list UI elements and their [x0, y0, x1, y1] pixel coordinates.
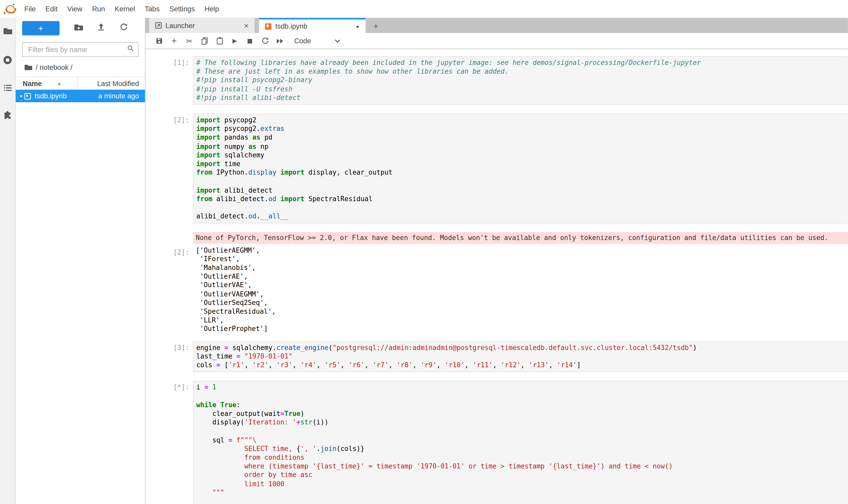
jupyterlab-window: File Edit View Run Kernel Tabs Settings …	[0, 0, 848, 504]
column-header-name[interactable]: Name ▲	[16, 77, 78, 89]
file-browser-toolbar: +	[16, 20, 145, 36]
cell-output-text: ['OutlierAEGMM', 'IForest', 'Mahalanobis…	[193, 246, 848, 334]
output-line: 'LLR',	[196, 316, 848, 325]
menu-settings[interactable]: Settings	[165, 0, 200, 18]
menu-run[interactable]: Run	[87, 0, 110, 18]
code-line: import pandas as pd	[196, 133, 848, 142]
cell-code-editor[interactable]: # The following libraries have already b…	[193, 56, 848, 105]
notebook-cells: [1]:# The following libraries have alrea…	[145, 56, 848, 504]
code-line: import alibi_detect	[196, 186, 848, 195]
tab-bar: Launcher × tsdb.ipynb ● +	[145, 18, 848, 33]
code-line: # The following libraries have already b…	[196, 58, 848, 67]
refresh-file-list-button[interactable]	[120, 23, 128, 34]
output-prompt-spacer	[145, 232, 193, 244]
cell-input-prompt: [2]:	[145, 113, 193, 223]
cell-code-editor[interactable]: engine = sqlalchemy.create_engine("postg…	[193, 341, 848, 372]
filter-files-box	[22, 42, 138, 57]
cell-code-editor[interactable]: i = 1 while True: clear_output(wait=True…	[193, 381, 848, 504]
save-button[interactable]	[151, 34, 167, 47]
restart-and-run-all-button[interactable]	[272, 34, 288, 47]
cell-output-prompt: [2]:	[145, 246, 193, 334]
code-line: import time	[196, 160, 848, 168]
code-line: cols = ['r1', 'r2', 'r3', 'r4', 'r5', 'r…	[196, 361, 848, 370]
code-line: i = 1	[196, 383, 848, 392]
code-line: display('Iteration: '+str(i))	[196, 418, 848, 427]
column-header-last-modified[interactable]: Last Modified	[78, 79, 145, 88]
output-line: 'OutlierVAE',	[196, 281, 848, 290]
notebook-cell: [3]:engine = sqlalchemy.create_engine("p…	[145, 341, 848, 372]
output-line: 'Mahalanobis',	[196, 264, 848, 272]
code-line: import psycopg2.extras	[196, 124, 848, 133]
sort-ascending-icon: ▲	[57, 81, 61, 86]
code-line: # These are just left in as examples to …	[196, 67, 848, 76]
code-line: alibi_detect.od.__all__	[196, 212, 848, 221]
tab-launcher[interactable]: Launcher ×	[149, 18, 255, 33]
breadcrumb[interactable]: / notebook /	[24, 62, 138, 72]
home-folder-icon	[24, 63, 33, 71]
menu-view[interactable]: View	[62, 0, 87, 18]
code-line: where (timestamp '{last_time}' = timesta…	[196, 462, 848, 471]
code-line: engine = sqlalchemy.create_engine("postg…	[196, 343, 848, 352]
filter-files-input[interactable]	[27, 45, 126, 54]
output-line: 'OutlierVAEGMM',	[196, 290, 848, 299]
copy-cells-button[interactable]	[197, 34, 212, 47]
code-line: #!pip install alibi-detect	[196, 93, 848, 102]
close-tab-icon[interactable]: ×	[242, 21, 250, 30]
chevron-down-icon	[334, 39, 341, 43]
upload-button[interactable]	[97, 23, 106, 34]
file-row-tsdb-ipynb[interactable]: • tsdb.ipynb a minute ago	[16, 90, 145, 102]
code-line	[196, 497, 848, 504]
add-tab-button[interactable]: +	[369, 20, 382, 33]
code-line	[196, 177, 848, 186]
code-line: import psycopg2	[196, 115, 848, 124]
file-list-header: Name ▲ Last Modified	[16, 77, 145, 90]
tab-tsdb-ipynb[interactable]: tsdb.ipynb ●	[259, 18, 366, 33]
menu-bar: File Edit View Run Kernel Tabs Settings …	[0, 0, 848, 18]
menu-edit[interactable]: Edit	[40, 0, 62, 18]
output-line: 'OutlierProphet']	[196, 325, 848, 334]
extension-manager-tab-icon[interactable]	[0, 110, 15, 120]
menu-help[interactable]: Help	[200, 0, 224, 18]
code-line: from IPython.display import display, cle…	[196, 168, 848, 177]
menu-file[interactable]: File	[20, 0, 41, 18]
menu-tabs[interactable]: Tabs	[140, 0, 164, 18]
running-sessions-tab-icon[interactable]	[0, 55, 15, 65]
run-cell-button[interactable]: ▶	[227, 34, 242, 47]
unsaved-changes-dot-icon: ●	[354, 23, 361, 29]
new-folder-button[interactable]	[74, 22, 83, 34]
tab-label: Launcher	[166, 21, 242, 30]
cut-cells-button[interactable]: ✂	[182, 34, 197, 47]
code-line: sql = f"""\	[196, 436, 848, 445]
file-last-modified: a minute ago	[98, 92, 145, 100]
notebook-cell: [1]:# The following libraries have alrea…	[145, 56, 848, 105]
code-line: last_time = "1970-01-01"	[196, 352, 848, 361]
menu-kernel[interactable]: Kernel	[110, 0, 140, 18]
code-line: while True:	[196, 400, 848, 409]
code-line	[196, 427, 848, 436]
cell-code-editor[interactable]: import psycopg2import psycopg2.extrasimp…	[193, 113, 848, 223]
new-launcher-button[interactable]: +	[22, 21, 59, 35]
output-line: 'IForest',	[196, 255, 848, 264]
notebook-content: [1]:# The following libraries have alrea…	[145, 49, 848, 504]
code-line	[196, 203, 848, 212]
interrupt-kernel-button[interactable]: ■	[242, 34, 257, 47]
cell-type-value: Code	[294, 37, 311, 45]
output-line: ['OutlierAEGMM',	[196, 246, 848, 255]
code-line: import numpy as np	[196, 142, 848, 151]
search-icon	[126, 44, 135, 55]
cell-type-select[interactable]: Code	[294, 37, 341, 45]
file-browser-tab-icon[interactable]	[0, 26, 15, 36]
table-of-contents-tab-icon[interactable]	[0, 83, 15, 92]
code-line: order by time asc	[196, 471, 848, 480]
notebook-cell: [*]:i = 1 while True: clear_output(wait=…	[145, 381, 848, 504]
kernel-running-dot-icon: •	[18, 92, 24, 100]
stderr-warning-output: None of PyTorch, TensorFlow >= 2.0, or F…	[193, 232, 848, 244]
launcher-icon	[155, 22, 162, 29]
add-cell-button[interactable]: +	[167, 34, 182, 47]
code-line: from alibi_detect.od import SpectralResi…	[196, 195, 848, 203]
paste-cells-button[interactable]	[212, 34, 227, 47]
restart-kernel-button[interactable]	[257, 34, 273, 47]
file-browser-panel: +	[16, 18, 145, 504]
code-line: SELECT time, {', '.join(cols)}	[196, 445, 848, 453]
sidebar-rail	[0, 18, 16, 504]
